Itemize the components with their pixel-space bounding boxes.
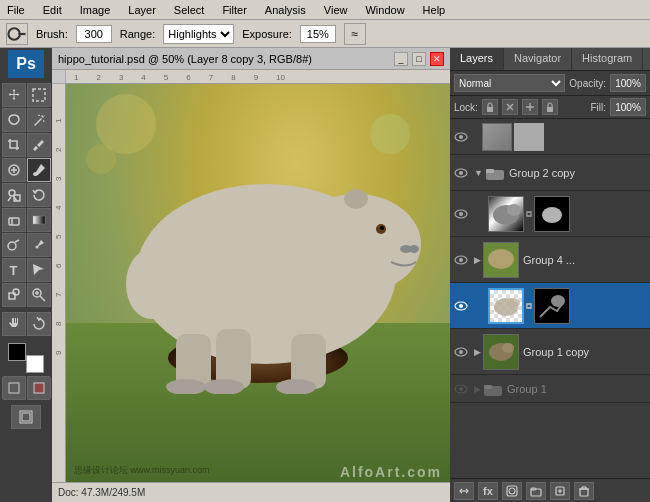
- rotate-view-tool[interactable]: [27, 312, 51, 336]
- eye-visibility-group2copy[interactable]: [452, 155, 470, 190]
- lock-label: Lock:: [454, 102, 478, 113]
- layer-thumb-top: [482, 123, 512, 151]
- list-item-group1copy[interactable]: ▶ Group 1 copy: [450, 329, 650, 375]
- foreground-color-swatch[interactable]: [8, 343, 26, 361]
- lock-transparency-btn[interactable]: [482, 99, 498, 115]
- fill-label: Fill:: [590, 102, 606, 113]
- minimize-btn[interactable]: _: [394, 52, 408, 66]
- select-tool[interactable]: [27, 83, 51, 107]
- hand-tool[interactable]: [2, 312, 26, 336]
- new-layer-btn[interactable]: [550, 482, 570, 500]
- heal-tool[interactable]: [2, 158, 26, 182]
- panel-tabs: Layers Navigator Histogram: [450, 48, 650, 71]
- text-tool[interactable]: T: [2, 258, 26, 282]
- svg-point-41: [459, 135, 463, 139]
- zoom-tool[interactable]: [27, 283, 51, 307]
- tab-layers[interactable]: Layers: [450, 48, 504, 70]
- svg-point-28: [380, 226, 384, 230]
- layers-panel: Layers Navigator Histogram Normal Opacit…: [450, 48, 650, 502]
- shape-tool[interactable]: [2, 283, 26, 307]
- svg-line-17: [40, 296, 45, 301]
- svg-point-53: [542, 207, 562, 223]
- list-item-top[interactable]: [450, 119, 650, 155]
- delete-layer-btn[interactable]: [574, 482, 594, 500]
- fill-input[interactable]: [610, 98, 646, 116]
- close-btn[interactable]: ✕: [430, 52, 444, 66]
- list-item-group1[interactable]: ▶ Group 1: [450, 375, 650, 403]
- svg-point-13: [35, 246, 38, 249]
- layer-thumb-layer8copy3: [488, 196, 524, 232]
- list-item-group4[interactable]: ▶ Group 4 ...: [450, 237, 650, 283]
- layer-thumb-group4: [483, 242, 519, 278]
- layer-style-btn[interactable]: fx: [478, 482, 498, 500]
- blend-mode-select[interactable]: Normal: [454, 74, 565, 92]
- quickmask-mode-btn[interactable]: [27, 376, 51, 400]
- exposure-input[interactable]: [300, 25, 336, 43]
- screen-mode-btn[interactable]: [11, 405, 41, 429]
- lasso-tool[interactable]: [2, 108, 26, 132]
- eye-visibility-group1[interactable]: [452, 375, 470, 402]
- brush-size-input[interactable]: [76, 25, 112, 43]
- range-select[interactable]: Highlights Shadows Midtones: [163, 24, 234, 44]
- list-item-layer8copy[interactable]: [450, 283, 650, 329]
- dodge-tool[interactable]: [2, 233, 26, 257]
- menu-edit[interactable]: Edit: [40, 4, 65, 16]
- tab-histogram[interactable]: Histogram: [572, 48, 643, 70]
- menu-filter[interactable]: Filter: [219, 4, 249, 16]
- standard-mode-btn[interactable]: [2, 376, 26, 400]
- maximize-btn[interactable]: □: [412, 52, 426, 66]
- menu-analysis[interactable]: Analysis: [262, 4, 309, 16]
- svg-point-57: [488, 249, 514, 269]
- eye-visibility-layer8copy3[interactable]: [452, 191, 470, 236]
- svg-point-71: [551, 295, 565, 307]
- svg-rect-80: [484, 385, 492, 389]
- lock-position-btn[interactable]: [522, 99, 538, 115]
- airbrush-btn[interactable]: ≈: [344, 23, 366, 45]
- lock-all-btn[interactable]: [542, 99, 558, 115]
- opacity-label: Opacity:: [569, 78, 606, 89]
- menu-layer[interactable]: Layer: [125, 4, 159, 16]
- canvas-title-bar: hippo_tutorial.psd @ 50% (Layer 8 copy 3…: [52, 48, 450, 70]
- menu-select[interactable]: Select: [171, 4, 208, 16]
- opacity-input[interactable]: [610, 74, 646, 92]
- eye-visibility-group1copy[interactable]: [452, 329, 470, 374]
- background-color-swatch[interactable]: [26, 355, 44, 373]
- range-label: Range:: [120, 28, 155, 40]
- ps-logo: Ps: [8, 50, 44, 78]
- dodge-tool-icon[interactable]: [6, 23, 28, 45]
- menu-window[interactable]: Window: [362, 4, 407, 16]
- link-layers-btn[interactable]: [454, 482, 474, 500]
- list-item-layer8copy3[interactable]: [450, 191, 650, 237]
- path-select-tool[interactable]: [27, 258, 51, 282]
- layer-list: ▼ Group 2 copy: [450, 119, 650, 478]
- svg-rect-10: [33, 216, 45, 224]
- svg-point-11: [8, 242, 16, 250]
- history-tool[interactable]: [27, 183, 51, 207]
- menu-file[interactable]: File: [4, 4, 28, 16]
- menu-help[interactable]: Help: [420, 4, 449, 16]
- canvas-image-area[interactable]: 思缘设计论坛 www.missyuan.com AlfoArt.com: [66, 84, 450, 482]
- layer-name-group2copy: Group 2 copy: [505, 167, 648, 179]
- pen-tool[interactable]: [27, 233, 51, 257]
- eraser-tool[interactable]: [2, 208, 26, 232]
- menu-view[interactable]: View: [321, 4, 351, 16]
- crop-tool[interactable]: [2, 133, 26, 157]
- move-tool[interactable]: [2, 83, 26, 107]
- eye-visibility-group4[interactable]: [452, 237, 470, 282]
- canvas-title: hippo_tutorial.psd @ 50% (Layer 8 copy 3…: [58, 53, 390, 65]
- brush-tool[interactable]: [27, 158, 51, 182]
- lock-image-btn[interactable]: [502, 99, 518, 115]
- magic-wand-tool[interactable]: [27, 108, 51, 132]
- new-group-btn[interactable]: [526, 482, 546, 500]
- gradient-tool[interactable]: [27, 208, 51, 232]
- menu-image[interactable]: Image: [77, 4, 114, 16]
- eye-visibility-layer8copy[interactable]: [452, 283, 470, 328]
- tab-navigator[interactable]: Navigator: [504, 48, 572, 70]
- panel-footer: fx: [450, 478, 650, 502]
- eyedropper-tool[interactable]: [27, 133, 51, 157]
- add-mask-btn[interactable]: [502, 482, 522, 500]
- clone-tool[interactable]: [2, 183, 26, 207]
- svg-rect-51: [526, 215, 532, 217]
- eye-visibility-top[interactable]: [452, 119, 470, 154]
- list-item-group2copy[interactable]: ▼ Group 2 copy: [450, 155, 650, 191]
